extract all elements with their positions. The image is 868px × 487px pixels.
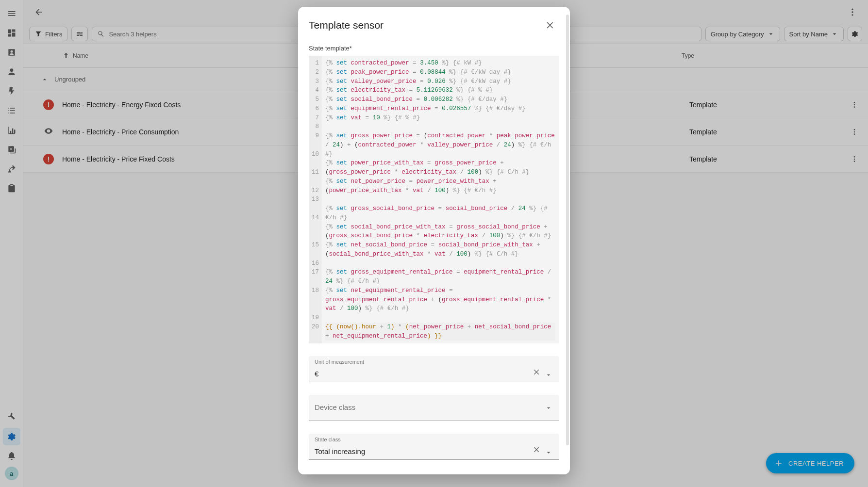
close-icon bbox=[533, 368, 541, 376]
unit-of-measurement-field[interactable]: Unit of measurement € bbox=[309, 356, 559, 382]
template-sensor-dialog: Template sensor State template* 12345678… bbox=[298, 7, 570, 474]
clear-button[interactable] bbox=[530, 443, 544, 456]
chevron-down-icon[interactable] bbox=[544, 371, 553, 379]
close-button[interactable] bbox=[542, 16, 559, 34]
state-template-label: State template* bbox=[309, 45, 559, 52]
chevron-down-icon[interactable] bbox=[544, 404, 553, 412]
state-template-editor[interactable]: 1234567891011121314151617181920 {% set c… bbox=[309, 56, 559, 343]
field-value: Total increasing bbox=[315, 447, 530, 456]
chevron-down-icon[interactable] bbox=[544, 449, 553, 456]
code-gutter: 1234567891011121314151617181920 bbox=[309, 56, 321, 343]
close-icon bbox=[533, 446, 541, 454]
state-class-field[interactable]: State class Total increasing bbox=[309, 434, 559, 460]
field-label: State class bbox=[315, 437, 341, 442]
dialog-title: Template sensor bbox=[309, 19, 542, 31]
device-class-field[interactable]: Device class bbox=[309, 395, 559, 421]
code-content[interactable]: {% set contracted_power = 3.450 %} {# kW… bbox=[321, 56, 559, 343]
field-placeholder: Device class bbox=[315, 403, 544, 412]
field-value: € bbox=[315, 370, 530, 379]
clear-button[interactable] bbox=[530, 365, 544, 379]
field-label: Unit of measurement bbox=[315, 359, 364, 365]
close-icon bbox=[546, 20, 555, 30]
